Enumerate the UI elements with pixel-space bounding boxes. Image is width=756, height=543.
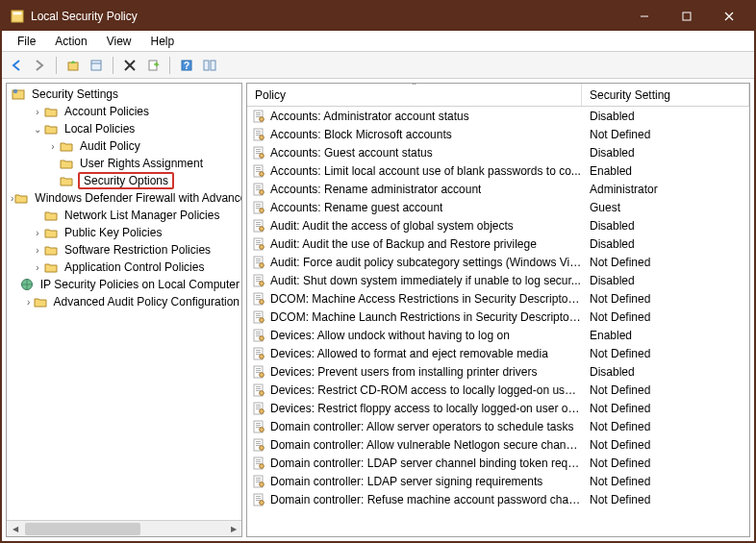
delete-button[interactable] [119, 55, 140, 76]
minimize-button[interactable] [623, 3, 666, 30]
policy-cell: Accounts: Rename administrator account [247, 182, 582, 197]
menu-action[interactable]: Action [45, 33, 96, 50]
column-header-policy[interactable]: Policy ⌃ [247, 84, 582, 106]
policy-row[interactable]: Audit: Audit the access of global system… [247, 216, 749, 234]
policy-row[interactable]: Accounts: Administrator account statusDi… [247, 107, 749, 125]
tree-expand-icon[interactable]: › [32, 228, 43, 238]
policy-name: DCOM: Machine Launch Restrictions in Sec… [270, 310, 582, 324]
tree-item[interactable]: ›Application Control Policies [7, 259, 241, 276]
tree-item[interactable]: Network List Manager Policies [7, 207, 241, 224]
svg-point-63 [260, 262, 265, 267]
tree-item-label: Network List Manager Policies [63, 209, 221, 222]
setting-cell: Not Defined [582, 347, 749, 360]
setting-cell: Disabled [582, 365, 749, 379]
scroll-left-arrow[interactable]: ◀ [7, 521, 23, 537]
tree-horizontal-scrollbar[interactable]: ◀ ▶ [7, 520, 241, 536]
tree-item[interactable]: ›Account Policies [7, 103, 241, 120]
back-button[interactable] [6, 55, 27, 76]
policy-row[interactable]: Domain controller: LDAP server signing r… [247, 472, 749, 490]
svg-point-128 [260, 500, 265, 505]
tree-expand-icon[interactable]: ⌄ [32, 124, 43, 135]
svg-rect-56 [256, 242, 261, 243]
policy-cell: Audit: Force audit policy subcategory se… [247, 255, 582, 270]
policy-name: Accounts: Rename guest account [270, 201, 442, 214]
tree-item[interactable]: User Rights Assignment [7, 155, 241, 172]
tree-expand-icon[interactable]: › [32, 245, 43, 256]
policy-row[interactable]: Domain controller: Refuse machine accoun… [247, 490, 749, 508]
tree-item[interactable]: ›Audit Policy [7, 137, 241, 155]
tree-item[interactable]: ›Advanced Audit Policy Configuration [7, 293, 241, 310]
tree-item[interactable]: ›Public Key Policies [7, 224, 241, 241]
policy-row[interactable]: Audit: Audit the use of Backup and Resto… [247, 234, 749, 253]
policy-cell: Devices: Restrict floppy access to local… [247, 401, 582, 416]
forward-button[interactable] [29, 55, 50, 76]
policy-row[interactable]: Devices: Prevent users from installing p… [247, 362, 749, 381]
policy-row[interactable]: Devices: Restrict floppy access to local… [247, 399, 749, 417]
policy-row[interactable]: Accounts: Limit local account use of bla… [247, 161, 749, 180]
menu-help[interactable]: Help [141, 33, 185, 50]
svg-rect-15 [211, 61, 215, 70]
policy-row[interactable]: Domain controller: Allow vulnerable Netl… [247, 435, 749, 454]
menu-view[interactable]: View [97, 33, 141, 50]
tree-view[interactable]: Security Settings ›Account Policies⌄Loca… [7, 84, 241, 520]
policy-row[interactable]: DCOM: Machine Launch Restrictions in Sec… [247, 308, 749, 326]
tree-item[interactable]: IP Security Policies on Local Computer [7, 276, 241, 293]
policy-cell: Accounts: Administrator account status [247, 109, 582, 124]
help-button[interactable]: ? [176, 55, 197, 76]
policy-row[interactable]: Accounts: Guest account statusDisabled [247, 143, 749, 161]
show-hide-button[interactable] [199, 55, 220, 76]
setting-cell: Not Defined [582, 420, 749, 433]
svg-rect-41 [256, 187, 261, 188]
setting-cell: Not Defined [582, 128, 749, 141]
tree-item[interactable]: ⌄Local Policies [7, 120, 241, 137]
tree-item-label: IP Security Policies on Local Computer [38, 278, 241, 291]
policy-row[interactable]: Devices: Allow undock without having to … [247, 326, 749, 344]
tree-item-label: Account Policies [63, 105, 151, 118]
svg-point-33 [260, 153, 265, 158]
up-button[interactable] [63, 55, 84, 76]
scroll-thumb[interactable] [25, 523, 140, 535]
policy-row[interactable]: Accounts: Block Microsoft accountsNot De… [247, 125, 749, 143]
svg-point-88 [260, 354, 265, 358]
policy-row[interactable]: Devices: Restrict CD-ROM access to local… [247, 381, 749, 399]
policy-row[interactable]: Devices: Allowed to format and eject rem… [247, 344, 749, 362]
policy-cell: Devices: Allowed to format and eject rem… [247, 346, 582, 361]
maximize-button[interactable] [666, 3, 708, 30]
svg-rect-46 [256, 206, 261, 207]
policy-row[interactable]: Audit: Force audit policy subcategory se… [247, 253, 749, 271]
tree-item[interactable]: Security Options [7, 172, 241, 189]
svg-rect-101 [256, 407, 261, 407]
svg-point-78 [260, 317, 265, 322]
policy-row[interactable]: Audit: Shut down system immediately if u… [247, 271, 749, 289]
policy-icon [251, 291, 266, 307]
folder-icon [33, 294, 48, 309]
policy-name: Audit: Audit the use of Backup and Resto… [270, 237, 537, 251]
properties-button[interactable] [86, 55, 107, 76]
scroll-right-arrow[interactable]: ▶ [225, 521, 241, 537]
policy-row[interactable]: Domain controller: LDAP server channel b… [247, 454, 749, 472]
policy-row[interactable]: DCOM: Machine Access Restrictions in Sec… [247, 289, 749, 308]
tree-expand-icon[interactable]: › [32, 107, 43, 117]
tree-item[interactable]: ›Windows Defender Firewall with Advanced… [7, 189, 241, 207]
policy-row[interactable]: Accounts: Rename administrator accountAd… [247, 180, 749, 198]
policy-icon [251, 474, 266, 489]
tree-expand-icon[interactable]: › [25, 297, 33, 308]
folder-icon [43, 121, 59, 136]
tree-root[interactable]: Security Settings [7, 86, 241, 103]
export-button[interactable] [142, 55, 164, 76]
tree-item[interactable]: ›Software Restriction Policies [7, 241, 241, 259]
menu-file[interactable]: File [8, 33, 45, 50]
column-header-setting[interactable]: Security Setting [582, 84, 749, 106]
policy-row[interactable]: Domain controller: Allow server operator… [247, 417, 749, 435]
policy-name: Domain controller: Allow server operator… [270, 420, 573, 433]
svg-rect-90 [256, 368, 261, 369]
policy-row[interactable]: Accounts: Rename guest accountGuest [247, 198, 749, 216]
list-body[interactable]: Accounts: Administrator account statusDi… [247, 107, 749, 536]
scroll-track[interactable] [23, 523, 225, 535]
policy-cell: DCOM: Machine Launch Restrictions in Sec… [247, 309, 582, 325]
tree-expand-icon[interactable]: › [32, 262, 43, 273]
close-button[interactable] [708, 3, 750, 30]
tree-expand-icon[interactable]: › [47, 141, 59, 152]
policy-icon [251, 401, 266, 416]
svg-rect-105 [256, 423, 261, 424]
